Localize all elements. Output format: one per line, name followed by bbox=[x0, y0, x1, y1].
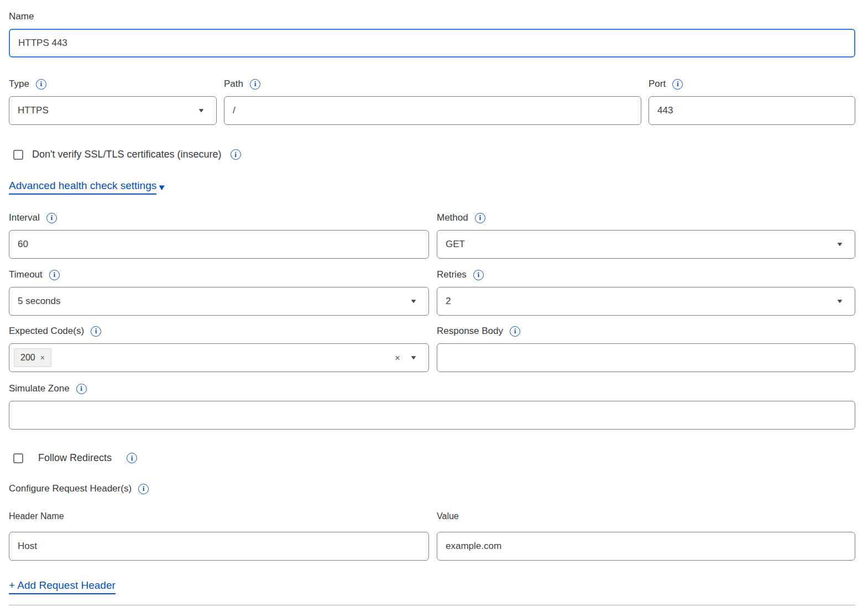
timeout-select-value: 5 seconds bbox=[18, 296, 61, 307]
response-body-input[interactable] bbox=[437, 343, 855, 372]
dont-verify-checkbox[interactable] bbox=[13, 150, 23, 160]
header-value-field-group: Value bbox=[437, 510, 855, 561]
dont-verify-row: Don't verify SSL/TLS certificates (insec… bbox=[9, 149, 855, 160]
timeout-retries-row: Timeout i 5 seconds ▼ Retries i 2 ▼ bbox=[9, 268, 855, 316]
simulate-zone-info-icon[interactable]: i bbox=[76, 384, 87, 394]
response-body-info-icon[interactable]: i bbox=[510, 326, 520, 337]
chevron-down-icon: ▼ bbox=[410, 355, 418, 360]
request-header-row: Header Name Value bbox=[9, 510, 855, 561]
header-value-column-label: Value bbox=[437, 510, 459, 523]
simulate-zone-label: Simulate Zone bbox=[9, 382, 70, 395]
advanced-settings-link[interactable]: Advanced health check settings ▼ bbox=[9, 180, 166, 195]
interval-label: Interval bbox=[9, 211, 40, 224]
header-name-input[interactable] bbox=[9, 532, 429, 561]
port-label: Port bbox=[649, 77, 666, 91]
add-request-header-link[interactable]: + Add Request Header bbox=[9, 579, 116, 594]
dont-verify-label: Don't verify SSL/TLS certificates (insec… bbox=[32, 149, 222, 160]
name-label: Name bbox=[9, 10, 34, 23]
path-input[interactable] bbox=[224, 96, 641, 125]
expected-codes-info-icon[interactable]: i bbox=[91, 326, 101, 337]
method-field-group: Method i GET ▼ bbox=[437, 211, 855, 259]
section-divider bbox=[9, 605, 855, 605]
interval-field-group: Interval i bbox=[9, 211, 429, 259]
response-body-label: Response Body bbox=[437, 325, 503, 338]
follow-redirects-row: Follow Redirects i bbox=[9, 452, 855, 464]
type-select-value: HTTPS bbox=[18, 105, 49, 116]
follow-redirects-info-icon[interactable]: i bbox=[127, 453, 137, 463]
request-headers-info-icon[interactable]: i bbox=[138, 484, 149, 494]
clear-all-icon[interactable]: × bbox=[395, 353, 400, 363]
simulate-zone-input[interactable] bbox=[9, 401, 855, 430]
request-headers-section-label: Configure Request Header(s) bbox=[9, 482, 132, 495]
expected-code-tag: 200 × bbox=[14, 348, 51, 367]
method-info-icon[interactable]: i bbox=[475, 213, 485, 223]
header-name-column-label: Header Name bbox=[9, 510, 64, 523]
chevron-down-icon: ▼ bbox=[836, 299, 844, 304]
timeout-field-group: Timeout i 5 seconds ▼ bbox=[9, 268, 429, 316]
method-label: Method bbox=[437, 211, 468, 224]
expected-code-tag-text: 200 bbox=[20, 353, 35, 363]
expected-codes-label: Expected Code(s) bbox=[9, 325, 84, 338]
type-info-icon[interactable]: i bbox=[36, 79, 46, 90]
retries-label: Retries bbox=[437, 268, 467, 281]
interval-input[interactable] bbox=[9, 230, 429, 259]
port-info-icon[interactable]: i bbox=[672, 79, 683, 90]
request-headers-section: Configure Request Header(s) i bbox=[9, 482, 855, 495]
retries-field-group: Retries i 2 ▼ bbox=[437, 268, 855, 316]
timeout-info-icon[interactable]: i bbox=[49, 270, 60, 280]
type-select[interactable]: HTTPS ▼ bbox=[9, 96, 217, 125]
caret-down-icon: ▼ bbox=[157, 183, 166, 191]
follow-redirects-label: Follow Redirects bbox=[38, 452, 112, 464]
chevron-down-icon: ▼ bbox=[197, 108, 206, 113]
retries-select[interactable]: 2 ▼ bbox=[437, 287, 855, 316]
method-select[interactable]: GET ▼ bbox=[437, 230, 855, 259]
name-field-group: Name bbox=[9, 10, 855, 57]
port-field-group: Port i bbox=[649, 77, 855, 125]
method-select-value: GET bbox=[446, 239, 465, 250]
simulate-zone-field-group: Simulate Zone i bbox=[9, 382, 855, 430]
type-label: Type bbox=[9, 77, 29, 91]
retries-info-icon[interactable]: i bbox=[473, 270, 484, 280]
interval-method-row: Interval i Method i GET ▼ bbox=[9, 211, 855, 259]
follow-redirects-checkbox[interactable] bbox=[13, 453, 23, 463]
response-body-field-group: Response Body i bbox=[437, 325, 855, 372]
port-input[interactable] bbox=[649, 96, 855, 125]
retries-select-value: 2 bbox=[446, 296, 451, 307]
tag-remove-icon[interactable]: × bbox=[40, 354, 45, 362]
dont-verify-info-icon[interactable]: i bbox=[231, 149, 241, 160]
type-field-group: Type i HTTPS ▼ bbox=[9, 77, 217, 125]
header-name-field-group: Header Name bbox=[9, 510, 429, 561]
interval-info-icon[interactable]: i bbox=[46, 213, 57, 223]
chevron-down-icon: ▼ bbox=[836, 242, 844, 247]
header-value-input[interactable] bbox=[437, 532, 855, 561]
chevron-down-icon: ▼ bbox=[410, 299, 418, 304]
timeout-select[interactable]: 5 seconds ▼ bbox=[9, 287, 429, 316]
type-path-port-row: Type i HTTPS ▼ Path i Port i bbox=[9, 77, 855, 125]
expected-codes-multiselect[interactable]: 200 × × ▼ bbox=[9, 343, 429, 372]
path-label: Path bbox=[224, 77, 243, 91]
timeout-label: Timeout bbox=[9, 268, 43, 281]
health-check-form: Name Type i HTTPS ▼ Path i Port i bbox=[0, 0, 868, 605]
name-input[interactable] bbox=[9, 29, 855, 57]
expected-codes-field-group: Expected Code(s) i 200 × × ▼ bbox=[9, 325, 429, 372]
codes-body-row: Expected Code(s) i 200 × × ▼ Response Bo… bbox=[9, 325, 855, 372]
path-field-group: Path i bbox=[224, 77, 641, 125]
path-info-icon[interactable]: i bbox=[250, 79, 260, 90]
advanced-settings-link-text: Advanced health check settings bbox=[9, 180, 156, 195]
